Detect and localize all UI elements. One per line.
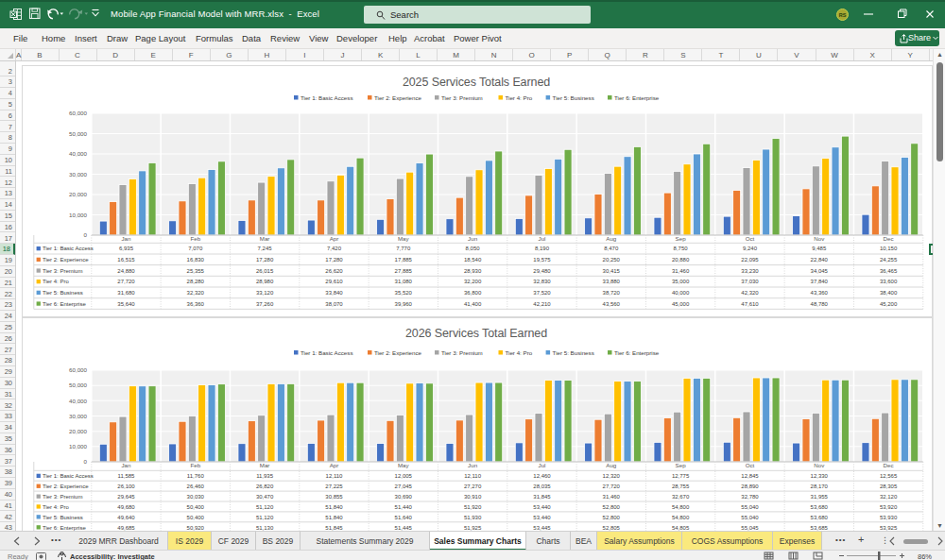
svg-text:53,920: 53,920 [880, 504, 898, 510]
svg-text:10,000: 10,000 [69, 212, 87, 218]
svg-text:Tier 5: Business: Tier 5: Business [43, 515, 83, 520]
svg-text:45,000: 45,000 [672, 301, 690, 307]
svg-text:49,640: 49,640 [117, 515, 135, 520]
svg-text:9,240: 9,240 [743, 246, 758, 251]
svg-text:36,800: 36,800 [464, 290, 482, 296]
svg-text:8,190: 8,190 [535, 246, 550, 251]
svg-text:28,980: 28,980 [256, 279, 274, 284]
svg-text:51,920: 51,920 [464, 504, 482, 510]
svg-text:Sep: Sep [676, 235, 687, 242]
svg-text:Tier 2: Experience: Tier 2: Experience [43, 257, 89, 263]
svg-text:29,645: 29,645 [117, 494, 135, 500]
svg-text:30,030: 30,030 [187, 494, 205, 500]
svg-text:29,610: 29,610 [325, 279, 343, 284]
svg-text:38,720: 38,720 [603, 290, 621, 296]
svg-text:49,680: 49,680 [117, 504, 135, 510]
svg-text:6,935: 6,935 [119, 246, 134, 251]
svg-text:37,520: 37,520 [533, 290, 551, 296]
svg-text:17,885: 17,885 [395, 257, 413, 263]
svg-text:Mar: Mar [260, 235, 270, 242]
svg-text:32,830: 32,830 [533, 279, 551, 284]
svg-text:Tier 6: Enterprise: Tier 6: Enterprise [43, 301, 86, 307]
svg-text:20,880: 20,880 [672, 257, 690, 263]
svg-text:51,845: 51,845 [325, 525, 343, 531]
svg-text:17,280: 17,280 [256, 257, 274, 263]
svg-text:27,720: 27,720 [603, 484, 621, 489]
svg-text:26,460: 26,460 [187, 484, 205, 489]
svg-text:Tier 5: Business: Tier 5: Business [553, 349, 594, 356]
svg-text:29,480: 29,480 [533, 268, 551, 274]
svg-text:11,935: 11,935 [256, 473, 274, 479]
svg-text:20,250: 20,250 [603, 257, 621, 263]
svg-text:50,400: 50,400 [187, 515, 205, 520]
svg-text:Nov: Nov [814, 462, 825, 468]
svg-text:16,830: 16,830 [187, 257, 205, 263]
svg-text:27,720: 27,720 [117, 279, 135, 284]
svg-text:32,120: 32,120 [880, 494, 898, 500]
svg-text:12,460: 12,460 [533, 473, 551, 479]
svg-text:51,925: 51,925 [464, 525, 482, 531]
svg-text:25,355: 25,355 [187, 268, 205, 274]
svg-text:20,000: 20,000 [69, 191, 87, 197]
svg-text:Tier 1: Basic Access: Tier 1: Basic Access [301, 349, 352, 356]
svg-text:Jan: Jan [122, 235, 132, 242]
svg-text:50,000: 50,000 [69, 130, 87, 137]
svg-text:Oct: Oct [746, 235, 755, 242]
svg-text:7,070: 7,070 [188, 246, 203, 251]
svg-text:Tier 4: Pro: Tier 4: Pro [506, 349, 533, 356]
svg-text:0: 0 [84, 458, 88, 465]
svg-text:37,840: 37,840 [811, 279, 829, 284]
svg-text:60,000: 60,000 [69, 110, 87, 116]
svg-text:30,000: 30,000 [69, 171, 87, 178]
svg-text:Apr: Apr [330, 462, 339, 468]
svg-text:Tier 3: Premium: Tier 3: Premium [441, 94, 483, 101]
svg-text:31,080: 31,080 [395, 279, 413, 284]
svg-text:Aug: Aug [606, 235, 617, 242]
svg-text:53,925: 53,925 [880, 525, 898, 531]
svg-text:30,690: 30,690 [395, 494, 413, 500]
svg-text:51,440: 51,440 [395, 504, 413, 510]
svg-text:40,000: 40,000 [69, 398, 87, 404]
svg-text:35,520: 35,520 [395, 290, 413, 296]
svg-text:28,305: 28,305 [880, 484, 898, 489]
svg-text:7,245: 7,245 [258, 246, 273, 251]
svg-text:Tier 5: Business: Tier 5: Business [43, 290, 83, 296]
svg-text:20,000: 20,000 [69, 428, 87, 434]
svg-text:31,460: 31,460 [672, 268, 690, 274]
svg-text:19,575: 19,575 [533, 257, 551, 263]
svg-text:24,255: 24,255 [880, 257, 898, 263]
svg-text:Feb: Feb [190, 235, 200, 242]
svg-text:33,600: 33,600 [880, 279, 898, 284]
svg-text:2026 Services Total Earned: 2026 Services Total Earned [405, 327, 547, 340]
svg-text:35,000: 35,000 [672, 279, 690, 284]
svg-text:8,750: 8,750 [674, 246, 689, 251]
svg-text:54,800: 54,800 [672, 515, 690, 520]
svg-text:31,460: 31,460 [603, 494, 621, 500]
svg-text:30,000: 30,000 [69, 413, 87, 419]
svg-text:30,470: 30,470 [256, 494, 274, 500]
svg-text:27,885: 27,885 [395, 268, 413, 274]
svg-text:42,210: 42,210 [533, 301, 551, 307]
svg-text:7,420: 7,420 [327, 246, 342, 251]
svg-text:Tier 3: Premium: Tier 3: Premium [43, 268, 82, 274]
svg-text:51,130: 51,130 [256, 525, 274, 531]
svg-text:30,855: 30,855 [325, 494, 343, 500]
svg-text:28,755: 28,755 [672, 484, 690, 489]
svg-text:28,930: 28,930 [464, 268, 482, 274]
svg-text:55,040: 55,040 [741, 504, 759, 510]
svg-text:12,330: 12,330 [811, 473, 829, 479]
svg-text:52,805: 52,805 [603, 525, 621, 531]
svg-text:12,320: 12,320 [603, 473, 621, 479]
svg-text:31,680: 31,680 [117, 290, 135, 296]
svg-text:Tier 4: Pro: Tier 4: Pro [43, 504, 69, 510]
svg-text:53,440: 53,440 [533, 515, 551, 520]
svg-text:22,095: 22,095 [741, 257, 759, 263]
svg-text:8,470: 8,470 [604, 246, 619, 251]
svg-text:12,005: 12,005 [395, 473, 413, 479]
svg-text:43,560: 43,560 [603, 301, 621, 307]
svg-text:37,030: 37,030 [741, 279, 759, 284]
svg-text:Tier 6: Enterprise: Tier 6: Enterprise [614, 94, 660, 101]
svg-text:33,880: 33,880 [603, 279, 621, 284]
svg-text:32,670: 32,670 [672, 494, 690, 500]
svg-text:40,000: 40,000 [69, 150, 87, 157]
